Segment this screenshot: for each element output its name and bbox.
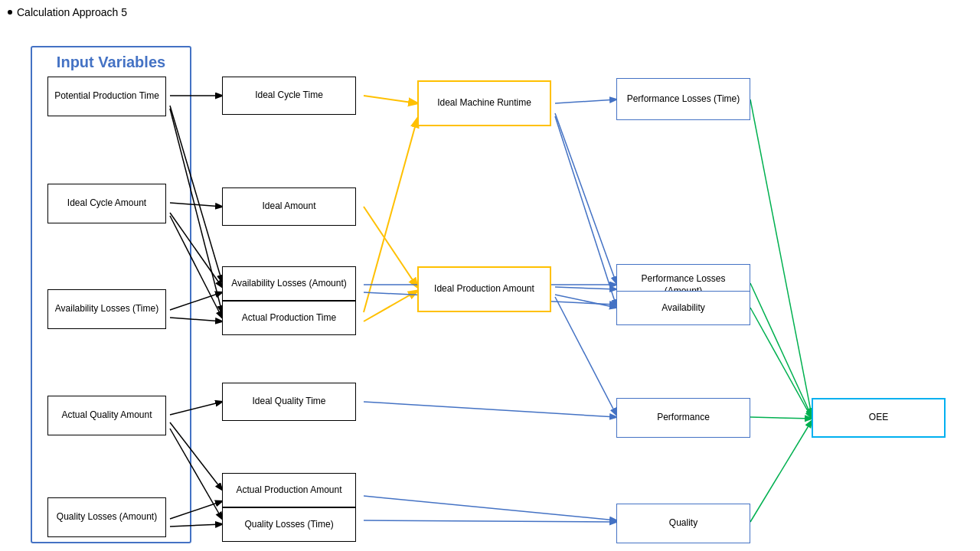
- svg-line-17: [555, 99, 616, 103]
- title-area: Calculation Approach 5: [8, 6, 127, 18]
- page-container: Calculation Approach 5 Input Variables: [0, 0, 980, 551]
- node-actual-quality-amount: Actual Quality Amount: [47, 396, 166, 435]
- node-actual-production-time: Actual Production Time: [222, 301, 356, 335]
- bullet-point: [8, 10, 12, 15]
- svg-line-22: [555, 297, 616, 415]
- input-variables-title: Input Variables: [32, 47, 190, 74]
- node-potential-production-time: Potential Production Time: [47, 77, 166, 116]
- node-availability-losses-time: Availability Losses (Time): [47, 289, 166, 329]
- node-quality-losses-time: Quality Losses (Time): [222, 507, 356, 542]
- node-performance: Performance: [616, 398, 750, 438]
- svg-line-31: [750, 417, 812, 419]
- svg-line-25: [364, 402, 616, 417]
- node-quality-losses-amount: Quality Losses (Amount): [47, 497, 166, 537]
- svg-line-19: [555, 116, 616, 306]
- svg-line-30: [750, 308, 812, 418]
- svg-line-15: [364, 119, 417, 312]
- svg-line-18: [555, 113, 616, 283]
- node-ideal-amount: Ideal Amount: [222, 187, 356, 226]
- node-ideal-quality-time: Ideal Quality Time: [222, 383, 356, 421]
- svg-line-13: [364, 96, 417, 103]
- svg-line-26: [364, 520, 616, 522]
- diagram-area: Input Variables: [8, 23, 972, 543]
- page-title: Calculation Approach 5: [17, 6, 127, 18]
- node-oee: OEE: [812, 398, 946, 438]
- svg-line-28: [750, 99, 812, 415]
- svg-line-20: [555, 287, 616, 289]
- svg-line-14: [364, 207, 417, 287]
- node-ideal-machine-runtime: Ideal Machine Runtime: [417, 80, 551, 126]
- svg-line-32: [750, 421, 812, 522]
- svg-line-21: [555, 295, 616, 308]
- node-actual-production-amount: Actual Production Amount: [222, 473, 356, 507]
- node-ideal-production-amount: Ideal Production Amount: [417, 266, 551, 312]
- node-performance-losses-time: Performance Losses (Time): [616, 78, 750, 120]
- node-quality: Quality: [616, 504, 750, 543]
- svg-line-27: [364, 496, 616, 520]
- node-availability-losses-amount: Availability Losses (Amount): [222, 266, 356, 301]
- svg-line-29: [750, 283, 812, 416]
- node-ideal-cycle-time: Ideal Cycle Time: [222, 77, 356, 115]
- svg-line-16: [364, 291, 417, 321]
- node-ideal-cycle-amount: Ideal Cycle Amount: [47, 184, 166, 223]
- node-availability: Availability: [616, 291, 750, 325]
